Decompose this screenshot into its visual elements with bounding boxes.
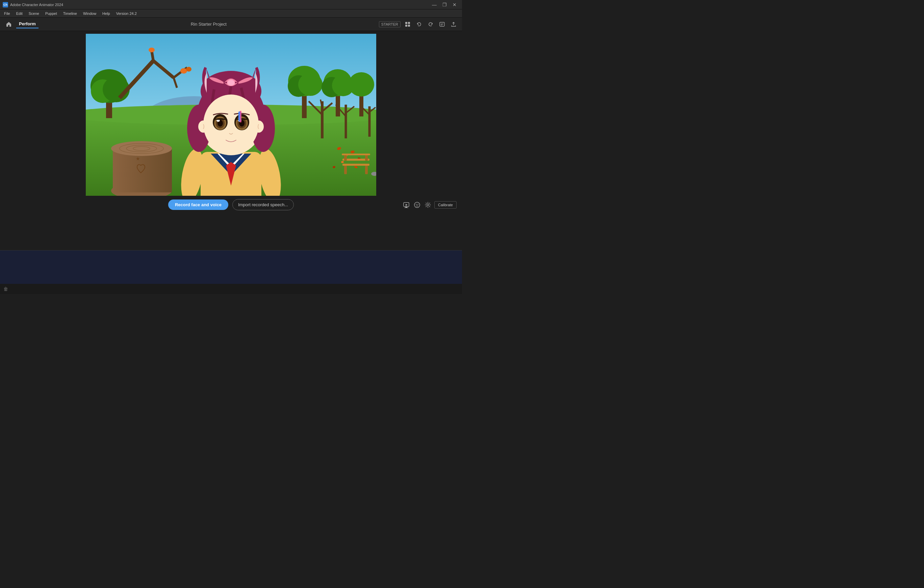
svg-rect-52 bbox=[344, 166, 347, 174]
svg-point-20 bbox=[180, 68, 187, 74]
svg-rect-2 bbox=[405, 25, 407, 27]
svg-rect-100 bbox=[404, 208, 408, 208]
starter-badge: STARTER bbox=[379, 21, 401, 27]
svg-point-80 bbox=[203, 94, 259, 154]
menu-edit[interactable]: Edit bbox=[13, 10, 25, 16]
menu-scene[interactable]: Scene bbox=[26, 10, 42, 16]
svg-rect-56 bbox=[342, 153, 370, 155]
home-button[interactable] bbox=[4, 20, 13, 29]
svg-point-94 bbox=[228, 80, 234, 86]
svg-rect-55 bbox=[365, 155, 368, 161]
svg-rect-3 bbox=[408, 25, 410, 27]
calibrate-button[interactable]: Calibrate bbox=[434, 201, 457, 209]
webcam-icon-button[interactable] bbox=[402, 201, 411, 209]
menu-help[interactable]: Help bbox=[100, 10, 113, 16]
perform-tab[interactable]: Perform bbox=[16, 20, 38, 28]
svg-point-103 bbox=[417, 204, 418, 204]
svg-rect-54 bbox=[344, 155, 347, 161]
face-icon-button[interactable] bbox=[413, 201, 421, 209]
settings-icon-button[interactable] bbox=[424, 201, 432, 209]
svg-rect-51 bbox=[342, 164, 370, 166]
svg-rect-96 bbox=[240, 111, 241, 122]
svg-point-104 bbox=[427, 204, 429, 206]
minimize-button[interactable]: — bbox=[430, 2, 439, 8]
maximize-button[interactable]: ❐ bbox=[440, 2, 449, 8]
svg-rect-4 bbox=[440, 22, 444, 26]
title-bar-text: Adobe Character Animator 2024 bbox=[10, 3, 427, 7]
canvas-container: ★ bbox=[86, 34, 376, 196]
menu-puppet[interactable]: Puppet bbox=[43, 10, 60, 16]
app-icon: Ch bbox=[3, 2, 8, 7]
export-button[interactable] bbox=[449, 20, 458, 29]
caption-button[interactable] bbox=[438, 20, 447, 29]
menu-version: Version 24.2 bbox=[114, 10, 139, 16]
svg-point-21 bbox=[186, 67, 191, 72]
trash-icon-button[interactable]: 🗑 bbox=[3, 286, 8, 292]
undo-button[interactable] bbox=[415, 20, 424, 29]
timeline-content bbox=[0, 250, 462, 284]
svg-point-91 bbox=[198, 120, 208, 133]
svg-rect-53 bbox=[365, 166, 368, 174]
menu-file[interactable]: File bbox=[2, 10, 13, 16]
title-bar: Ch Adobe Character Animator 2024 — ❐ ✕ bbox=[0, 0, 462, 10]
svg-point-22 bbox=[148, 48, 155, 52]
import-recorded-speech-button[interactable]: Import recorded speech... bbox=[233, 199, 294, 210]
redo-button[interactable] bbox=[426, 20, 435, 29]
svg-point-92 bbox=[254, 120, 264, 133]
project-title: Rin Starter Project bbox=[41, 21, 376, 27]
calibrate-controls: Calibrate bbox=[402, 201, 457, 209]
menu-window[interactable]: Window bbox=[80, 10, 99, 16]
window-controls: — ❐ ✕ bbox=[430, 2, 459, 8]
svg-text:★: ★ bbox=[136, 156, 140, 161]
layout-icon-button[interactable] bbox=[403, 20, 412, 29]
svg-rect-1 bbox=[408, 22, 410, 24]
character-canvas: ★ bbox=[86, 34, 376, 196]
timeline-footer: 🗑 bbox=[0, 284, 462, 294]
scene-svg: ★ bbox=[86, 34, 376, 196]
menu-bar: File Edit Scene Puppet Timeline Window H… bbox=[0, 10, 462, 18]
perform-area: ★ bbox=[0, 31, 462, 250]
svg-point-32 bbox=[348, 72, 374, 97]
svg-rect-99 bbox=[405, 207, 407, 208]
svg-point-102 bbox=[416, 204, 416, 204]
svg-rect-0 bbox=[405, 22, 407, 24]
svg-point-101 bbox=[414, 202, 420, 208]
bottom-controls: Record face and voice Import recorded sp… bbox=[0, 196, 462, 214]
toolbar: Perform Rin Starter Project STARTER bbox=[0, 18, 462, 31]
toolbar-right: STARTER bbox=[379, 20, 458, 29]
close-button[interactable]: ✕ bbox=[450, 2, 459, 8]
timeline-area: 🗑 bbox=[0, 250, 462, 294]
main-content: ★ bbox=[0, 31, 462, 294]
svg-marker-98 bbox=[406, 204, 408, 206]
svg-point-26 bbox=[298, 73, 323, 96]
menu-timeline[interactable]: Timeline bbox=[61, 10, 80, 16]
record-face-voice-button[interactable]: Record face and voice bbox=[168, 199, 228, 210]
